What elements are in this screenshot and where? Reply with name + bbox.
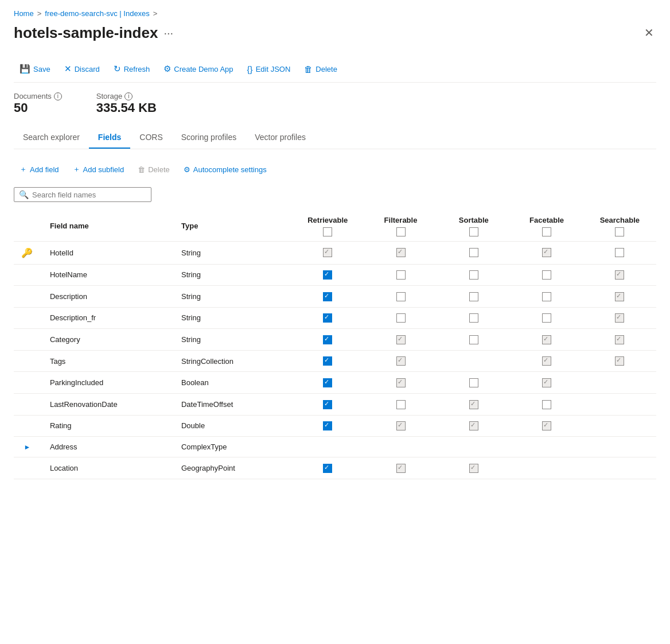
retrievable-checkbox[interactable]: [323, 356, 332, 366]
retrievable-checkbox[interactable]: [323, 378, 332, 387]
filterable-checkbox[interactable]: [396, 335, 406, 344]
edit-json-button[interactable]: {} Edit JSON: [241, 61, 297, 77]
breadcrumb-home[interactable]: Home: [14, 9, 34, 18]
edit-json-label: Edit JSON: [256, 65, 291, 73]
facetable-checkbox[interactable]: [542, 421, 551, 430]
filterable-checkbox[interactable]: [396, 292, 406, 301]
facetable-checkbox[interactable]: [542, 378, 551, 387]
filterable-checkbox[interactable]: [396, 248, 406, 257]
facetable-checkbox[interactable]: [542, 356, 551, 366]
sortable-checkbox[interactable]: [469, 292, 478, 301]
filterable-checkbox[interactable]: [396, 356, 406, 366]
header-sortable-checkbox[interactable]: [469, 227, 478, 236]
storage-info-icon[interactable]: i: [124, 92, 133, 100]
tab-fields[interactable]: Fields: [89, 127, 130, 149]
field-type-cell: DateTimeOffset: [174, 393, 291, 415]
save-button[interactable]: 💾 Save: [14, 60, 56, 77]
field-name-cell: HotelId: [43, 241, 174, 264]
searchable-checkbox[interactable]: [615, 292, 624, 301]
add-subfield-button[interactable]: ＋ Add subfield: [67, 161, 130, 178]
header-filterable-checkbox[interactable]: [396, 227, 406, 236]
filterable-checkbox[interactable]: [396, 421, 406, 430]
retrievable-checkbox[interactable]: [323, 292, 332, 301]
sortable-checkbox[interactable]: [469, 313, 478, 323]
search-field-names-input[interactable]: [32, 191, 146, 199]
autocomplete-label: Autocomplete settings: [193, 165, 267, 174]
header-retrievable-checkbox[interactable]: [323, 227, 332, 236]
searchable-checkbox[interactable]: [615, 270, 624, 280]
table-row: HotelNameString: [14, 264, 656, 286]
table-row: CategoryString: [14, 329, 656, 351]
edit-json-icon: {}: [247, 64, 253, 74]
field-name-cell: Description_fr: [43, 307, 174, 329]
header-searchable-checkbox[interactable]: [615, 227, 624, 236]
field-type-cell: String: [174, 286, 291, 308]
table-row: 🔑HotelIdString: [14, 241, 656, 264]
facetable-checkbox[interactable]: [542, 400, 551, 409]
facetable-checkbox[interactable]: [542, 335, 551, 344]
breadcrumb-service[interactable]: free-demo-search-svc | Indexes: [45, 9, 150, 18]
breadcrumb: Home > free-demo-search-svc | Indexes >: [14, 9, 656, 18]
sortable-checkbox[interactable]: [469, 378, 478, 387]
header-field-name: Field name: [43, 211, 174, 241]
filterable-checkbox[interactable]: [396, 400, 406, 409]
facetable-checkbox[interactable]: [542, 292, 551, 301]
main-container: Home > free-demo-search-svc | Indexes > …: [0, 0, 670, 488]
delete-button[interactable]: 🗑 Delete: [298, 61, 343, 77]
storage-value: 335.54 KB: [96, 100, 157, 115]
table-row: ►AddressComplexType: [14, 437, 656, 457]
retrievable-checkbox[interactable]: [323, 248, 332, 257]
field-name-cell: Address: [43, 437, 174, 457]
documents-stat: Documents i 50: [14, 92, 62, 115]
facetable-checkbox[interactable]: [542, 248, 551, 257]
searchable-checkbox[interactable]: [615, 313, 624, 323]
storage-label: Storage: [96, 92, 123, 100]
retrievable-checkbox[interactable]: [323, 313, 332, 323]
table-row: LastRenovationDateDateTimeOffset: [14, 393, 656, 415]
retrievable-checkbox[interactable]: [323, 464, 332, 473]
refresh-label: Refresh: [124, 65, 150, 73]
header-facetable-checkbox[interactable]: [542, 227, 551, 236]
filterable-checkbox[interactable]: [396, 378, 406, 387]
searchable-checkbox[interactable]: [615, 356, 624, 366]
discard-button[interactable]: ✕ Discard: [59, 60, 106, 77]
retrievable-checkbox[interactable]: [323, 400, 332, 409]
retrievable-checkbox[interactable]: [323, 270, 332, 280]
field-name-cell: Tags: [43, 350, 174, 372]
searchable-checkbox[interactable]: [615, 248, 624, 257]
tab-search-explorer[interactable]: Search explorer: [14, 127, 89, 149]
title-ellipsis-button[interactable]: ···: [163, 26, 173, 40]
create-demo-icon: ⚙: [163, 64, 171, 74]
header-type: Type: [174, 211, 291, 241]
filterable-checkbox[interactable]: [396, 270, 406, 280]
sortable-checkbox[interactable]: [469, 421, 478, 430]
header-searchable: Searchable: [583, 211, 656, 241]
close-button[interactable]: ✕: [642, 24, 656, 42]
sortable-checkbox[interactable]: [469, 270, 478, 280]
filterable-checkbox[interactable]: [396, 464, 406, 473]
expand-icon[interactable]: ►: [24, 443, 31, 451]
delete-field-button[interactable]: 🗑 Delete: [132, 162, 176, 177]
sortable-checkbox[interactable]: [469, 335, 478, 344]
discard-label: Discard: [75, 65, 100, 73]
tab-cors[interactable]: CORS: [130, 127, 172, 149]
autocomplete-settings-button[interactable]: ⚙ Autocomplete settings: [178, 162, 272, 177]
field-name-cell: Description: [43, 286, 174, 308]
filterable-checkbox[interactable]: [396, 313, 406, 323]
table-row: ParkingIncludedBoolean: [14, 372, 656, 394]
tab-scoring-profiles[interactable]: Scoring profiles: [172, 127, 246, 149]
facetable-checkbox[interactable]: [542, 270, 551, 280]
facetable-checkbox[interactable]: [542, 313, 551, 323]
sortable-checkbox[interactable]: [469, 248, 478, 257]
sortable-checkbox[interactable]: [469, 464, 478, 473]
retrievable-checkbox[interactable]: [323, 421, 332, 430]
delete-field-icon: 🗑: [138, 165, 145, 174]
retrievable-checkbox[interactable]: [323, 335, 332, 344]
refresh-button[interactable]: ↻ Refresh: [108, 60, 156, 77]
tab-vector-profiles[interactable]: Vector profiles: [246, 127, 315, 149]
create-demo-app-button[interactable]: ⚙ Create Demo App: [158, 60, 239, 77]
searchable-checkbox[interactable]: [615, 335, 624, 344]
sortable-checkbox[interactable]: [469, 400, 478, 409]
add-field-button[interactable]: ＋ Add field: [14, 161, 65, 178]
documents-info-icon[interactable]: i: [54, 92, 62, 100]
